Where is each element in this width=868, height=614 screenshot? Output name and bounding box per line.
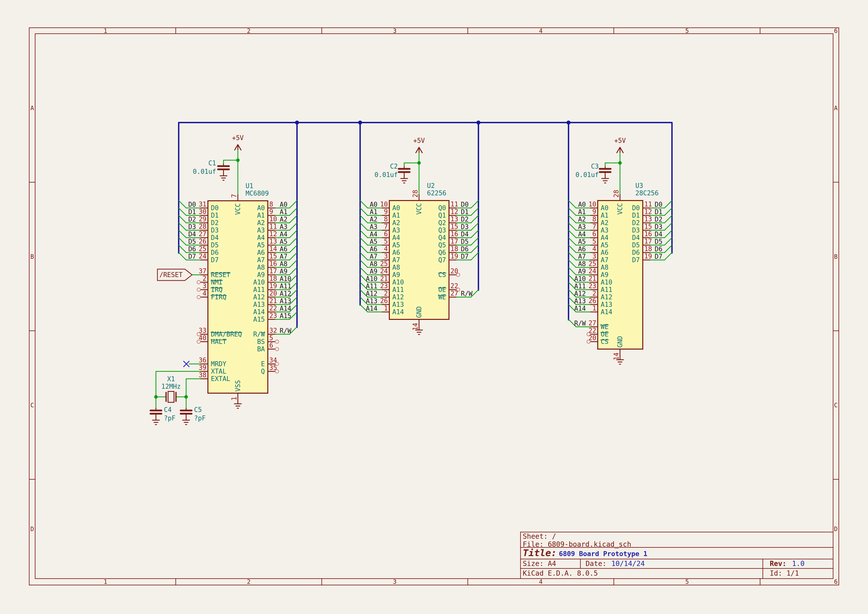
cap-value[interactable]: ?pF: [164, 414, 175, 422]
net-label[interactable]: A6: [578, 245, 586, 253]
net-label[interactable]: A13: [574, 297, 586, 305]
net-label[interactable]: D1: [461, 208, 468, 216]
net-label[interactable]: D5: [655, 238, 662, 245]
net-label[interactable]: D5: [461, 238, 468, 245]
net-label[interactable]: A3: [578, 223, 586, 231]
net-label[interactable]: A8: [370, 260, 377, 268]
net-label[interactable]: D0: [655, 201, 662, 208]
titleblock-title[interactable]: 6809 Board Prototype 1: [559, 550, 648, 558]
net-label[interactable]: R/W: [280, 327, 291, 335]
net-label[interactable]: A13: [280, 297, 291, 305]
titleblock-date[interactable]: 10/14/24: [611, 560, 645, 568]
net-label[interactable]: D0: [461, 201, 468, 208]
net-label[interactable]: A11: [574, 282, 586, 290]
net-label[interactable]: D6: [655, 245, 662, 253]
net-label[interactable]: D1: [188, 208, 196, 216]
net-label[interactable]: A14: [280, 305, 291, 312]
net-label[interactable]: A3: [280, 223, 287, 231]
net-label[interactable]: A9: [280, 268, 287, 275]
net-label[interactable]: D6: [188, 245, 196, 253]
pin-name: D1: [211, 212, 219, 219]
net-label[interactable]: D2: [655, 216, 662, 223]
net-label[interactable]: D2: [461, 216, 468, 223]
net-label[interactable]: D7: [188, 253, 196, 260]
net-label[interactable]: A2: [280, 216, 287, 223]
net-label[interactable]: A15: [280, 312, 291, 319]
net-label[interactable]: A9: [370, 268, 377, 275]
net-label[interactable]: A4: [578, 231, 586, 238]
titleblock-id[interactable]: Id: 1/1: [770, 569, 799, 577]
net-label[interactable]: A4: [280, 231, 287, 238]
net-label[interactable]: A9: [578, 268, 586, 275]
schematic-canvas[interactable]: 112233445566AABBCCDD +5VU1MC68097VCC1VSS…: [0, 0, 868, 614]
cap-value[interactable]: ?pF: [194, 414, 206, 422]
net-label[interactable]: D3: [655, 223, 662, 231]
net-label[interactable]: A10: [280, 275, 291, 282]
net-label[interactable]: A2: [578, 216, 586, 223]
cap-ref[interactable]: C3: [591, 163, 599, 170]
net-label[interactable]: D4: [188, 231, 196, 238]
titleblock-rev[interactable]: 1.0: [792, 560, 804, 568]
net-label[interactable]: A10: [574, 275, 586, 282]
net-label[interactable]: A8: [578, 260, 586, 268]
net-label[interactable]: A5: [280, 238, 287, 245]
crystal-ref[interactable]: X1: [167, 375, 175, 383]
net-label[interactable]: D4: [655, 231, 662, 238]
net-label[interactable]: D7: [461, 253, 468, 260]
component-ref[interactable]: U1: [245, 182, 253, 190]
net-label[interactable]: A12: [366, 290, 377, 297]
component-ref[interactable]: U3: [636, 182, 643, 189]
component-value[interactable]: 62256: [427, 189, 446, 197]
net-label[interactable]: R/W: [461, 290, 473, 297]
net-label[interactable]: A3: [370, 223, 377, 231]
net-label[interactable]: A7: [578, 253, 586, 260]
crystal-value[interactable]: 12MHz: [161, 383, 181, 390]
net-label[interactable]: A13: [366, 297, 377, 305]
net-label[interactable]: A12: [574, 290, 586, 297]
cap-value[interactable]: 0.01uf: [575, 171, 599, 178]
cap-ref[interactable]: C5: [194, 406, 202, 414]
cap-ref[interactable]: C1: [208, 160, 216, 167]
cap-value[interactable]: 0.01uf: [193, 168, 216, 175]
cap-value[interactable]: 0.01uf: [375, 171, 398, 178]
net-label[interactable]: A6: [280, 245, 287, 253]
net-label[interactable]: A1: [280, 208, 287, 216]
net-label[interactable]: A5: [578, 238, 586, 245]
net-label[interactable]: A1: [370, 208, 377, 216]
net-label[interactable]: D2: [188, 216, 196, 223]
net-label[interactable]: A11: [366, 282, 377, 290]
net-label[interactable]: A8: [280, 260, 287, 268]
net-label[interactable]: A6: [370, 245, 377, 253]
net-label[interactable]: A1: [578, 208, 586, 216]
net-label[interactable]: D3: [188, 223, 196, 231]
component-value[interactable]: 28C256: [636, 189, 659, 197]
net-label[interactable]: D5: [188, 238, 196, 245]
net-label[interactable]: D3: [461, 223, 468, 231]
component-ref[interactable]: U2: [427, 182, 435, 189]
net-label[interactable]: A0: [370, 201, 377, 208]
net-label[interactable]: A5: [370, 238, 377, 245]
global-label-text[interactable]: /RESET: [160, 271, 183, 279]
net-label[interactable]: A7: [280, 253, 287, 260]
net-label[interactable]: D7: [655, 253, 662, 260]
titleblock-size[interactable]: Size: A4: [523, 560, 556, 568]
component-value[interactable]: MC6809: [245, 190, 269, 197]
cap-ref[interactable]: C4: [164, 406, 172, 414]
net-label[interactable]: A10: [366, 275, 377, 282]
net-label[interactable]: D1: [655, 208, 662, 216]
net-label[interactable]: D6: [461, 245, 468, 253]
net-label[interactable]: A12: [280, 290, 291, 297]
net-label[interactable]: A11: [280, 282, 291, 290]
net-label[interactable]: D4: [461, 231, 468, 238]
net-label[interactable]: A14: [366, 305, 377, 312]
net-label[interactable]: A14: [574, 305, 586, 312]
net-label[interactable]: A0: [578, 201, 586, 208]
net-label[interactable]: A2: [370, 216, 377, 223]
titleblock-sheet[interactable]: Sheet: /: [523, 532, 556, 541]
net-label[interactable]: A0: [280, 201, 287, 208]
net-label[interactable]: R/W: [574, 319, 586, 327]
cap-ref[interactable]: C2: [390, 163, 398, 170]
net-label[interactable]: A7: [370, 253, 377, 260]
net-label[interactable]: A4: [370, 231, 377, 238]
net-label[interactable]: D0: [188, 201, 196, 208]
